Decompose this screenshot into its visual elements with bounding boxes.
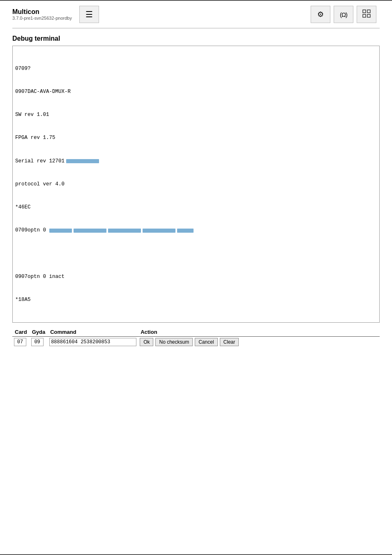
- terminal-line-3: SW rev 1.01: [15, 111, 377, 119]
- bell-icon-button[interactable]: (Ω): [334, 6, 353, 23]
- svg-rect-1: [367, 10, 370, 13]
- menu-icon: ☰: [85, 9, 93, 19]
- command-table: Card Gyda Command Action Ok: [12, 328, 380, 347]
- terminal-line-6: protocol ver 4.0: [15, 180, 377, 188]
- action-buttons: Ok No checksum Cancel Clear: [140, 338, 378, 346]
- card-cell[interactable]: [12, 337, 30, 348]
- grid-icon-button[interactable]: [357, 6, 376, 23]
- terminal-line-10: *18A5: [15, 296, 377, 304]
- ok-button[interactable]: Ok: [140, 338, 153, 346]
- color-bar-optn1e: [177, 229, 194, 233]
- svg-rect-2: [363, 14, 366, 17]
- terminal-line-blank: [15, 250, 377, 258]
- card-input[interactable]: [14, 338, 26, 346]
- section-title: Debug terminal: [12, 35, 380, 42]
- clear-button[interactable]: Clear: [220, 338, 239, 346]
- color-bar-optn1c: [108, 229, 141, 233]
- grid-icon: [362, 9, 371, 20]
- brand-version: 3.7.0-pre1-svn25632-pnordby: [12, 16, 72, 21]
- svg-rect-0: [363, 10, 366, 13]
- color-bar-optn1a: [49, 229, 72, 233]
- brand-name: Multicon: [12, 8, 72, 16]
- bell-icon: (Ω): [340, 11, 347, 18]
- terminal-line-4: FPGA rev 1.75: [15, 134, 377, 142]
- command-row: Ok No checksum Cancel Clear: [12, 337, 380, 348]
- gyda-cell[interactable]: [30, 337, 48, 348]
- terminal-line-1: 0709?: [15, 65, 377, 73]
- no-checksum-button[interactable]: No checksum: [155, 338, 193, 346]
- toolbar: Multicon 3.7.0-pre1-svn25632-pnordby ☰ ⚙…: [12, 1, 380, 28]
- color-bar-optn1b: [74, 229, 106, 233]
- cancel-button[interactable]: Cancel: [195, 338, 217, 346]
- brand-block: Multicon 3.7.0-pre1-svn25632-pnordby: [12, 8, 72, 21]
- col-gyda-header: Gyda: [30, 328, 48, 337]
- command-input[interactable]: [49, 338, 136, 346]
- gyda-input[interactable]: [31, 338, 44, 346]
- color-bar-serial: [66, 159, 99, 163]
- col-action-header: Action: [138, 328, 380, 337]
- terminal-line-7: *46EC: [15, 204, 377, 211]
- menu-icon-button[interactable]: ☰: [79, 6, 99, 23]
- action-cell: Ok No checksum Cancel Clear: [138, 337, 380, 348]
- terminal-line-2: 0907DAC-AVA-DMUX-R: [15, 88, 377, 96]
- terminal-line-5: Serial rev 12701: [15, 157, 377, 165]
- terminal-line-8: 0709optn 0: [15, 227, 377, 234]
- color-bar-optn1d: [143, 229, 175, 233]
- settings-icon-button[interactable]: ⚙: [311, 6, 330, 23]
- svg-rect-3: [367, 14, 370, 17]
- col-card-header: Card: [12, 328, 30, 337]
- terminal-output: 0709? 0907DAC-AVA-DMUX-R SW rev 1.01 FPG…: [12, 46, 380, 323]
- settings-icon: ⚙: [317, 10, 324, 19]
- terminal-line-9: 0907optn 0 inact: [15, 273, 377, 281]
- command-cell[interactable]: [48, 337, 138, 348]
- col-command-header: Command: [48, 328, 138, 337]
